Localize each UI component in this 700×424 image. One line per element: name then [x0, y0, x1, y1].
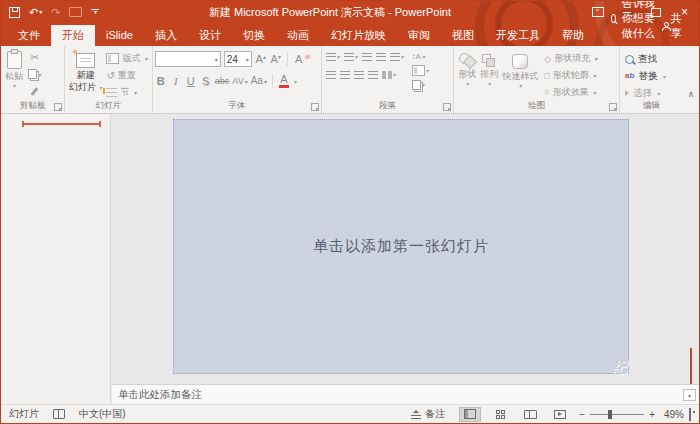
spell-check-button[interactable] [53, 409, 65, 419]
select-button[interactable]: 选择▾ [622, 85, 681, 101]
font-size-combobox[interactable]: 24▾ [224, 51, 252, 67]
align-center-button[interactable] [338, 67, 352, 82]
new-slide-label-2: 幻灯片 ▾ [69, 82, 103, 92]
replace-button[interactable]: ab替换▾ [622, 68, 681, 84]
customize-qat-button[interactable]: ▾ [91, 9, 99, 15]
text-shadow-button[interactable]: S [200, 76, 212, 87]
character-spacing-button[interactable]: AV▾ [232, 77, 247, 86]
copy-button[interactable]: ▾ [25, 66, 44, 82]
format-painter-button[interactable] [25, 83, 44, 99]
tab-file[interactable]: 文件 [7, 25, 51, 46]
quick-styles-button[interactable]: 快速样式 ▾ [500, 49, 540, 100]
line-spacing-button[interactable]: ▾ [388, 49, 406, 64]
zoom-level[interactable]: 49% [660, 409, 684, 420]
justify-icon [368, 71, 378, 79]
reset-button[interactable]: ↺重置 [104, 68, 149, 84]
increase-indent-icon [376, 53, 386, 61]
tab-islide[interactable]: iSlide [95, 25, 144, 46]
shapes-button[interactable]: 形状 ▾ [456, 49, 478, 100]
ribbon-display-options-button[interactable]: ^ [583, 1, 612, 23]
increase-indent-button[interactable] [374, 49, 388, 64]
reading-view-button[interactable] [519, 407, 541, 422]
italic-button[interactable]: I [170, 76, 182, 87]
fit-to-window-button[interactable] [689, 409, 691, 420]
clear-formatting-button[interactable]: A [293, 54, 305, 65]
proofing-book-icon [53, 409, 65, 419]
status-slide-label: 幻灯片 [9, 407, 39, 421]
decrease-indent-button[interactable] [360, 49, 374, 64]
bold-button[interactable]: B [155, 76, 167, 87]
tab-slideshow[interactable]: 幻灯片放映 [320, 25, 397, 46]
paragraph-dialog-launcher[interactable] [443, 103, 451, 111]
numbering-button[interactable]: ▾ [342, 49, 360, 64]
share-button[interactable]: 共享 [661, 11, 699, 46]
zoom-slider[interactable] [590, 414, 644, 415]
start-slideshow-button[interactable] [69, 7, 82, 17]
zoom-slider-thumb[interactable] [608, 410, 612, 419]
cut-button[interactable]: ✂ [25, 49, 44, 65]
redo-button[interactable]: ↷ [51, 7, 60, 18]
normal-view-button[interactable] [459, 407, 481, 422]
slide-thumbnail-pane[interactable] [1, 114, 111, 404]
change-case-button[interactable]: Aa▾ [251, 76, 267, 86]
shrink-font-button[interactable]: A▾ [270, 54, 282, 65]
vertical-scrollbar-mark[interactable] [690, 348, 692, 384]
slideshow-view-button[interactable] [549, 407, 571, 422]
tab-design[interactable]: 设计 [188, 25, 232, 46]
slide-placeholder-text[interactable]: 单击以添加第一张幻灯片 [313, 237, 489, 256]
tab-help[interactable]: 帮助 [551, 25, 595, 46]
paste-button[interactable]: 粘贴 ▾ [3, 49, 25, 100]
notes-scroll-down-button[interactable]: ▾ [683, 389, 696, 401]
bullets-button[interactable]: ▾ [324, 49, 342, 64]
paste-label: 粘贴 [5, 71, 23, 81]
tab-home[interactable]: 开始 [51, 25, 95, 46]
text-direction-button[interactable]: ↕A▾ [410, 50, 431, 63]
shape-effects-button[interactable]: ○形状效果▾ [542, 84, 599, 100]
layout-button[interactable]: 版式▾ [104, 51, 149, 67]
align-left-button[interactable] [324, 67, 338, 82]
tab-view[interactable]: 视图 [441, 25, 485, 46]
font-color-button[interactable]: A [278, 74, 290, 88]
notes-toggle-button[interactable]: 备注 [411, 407, 445, 421]
shape-outline-button[interactable]: □形状轮廓▾ [542, 68, 599, 84]
slide-canvas[interactable]: 单击以添加第一张幻灯片 [173, 119, 629, 374]
find-button[interactable]: 查找 [622, 51, 681, 67]
arrange-button[interactable]: 排列 ▾ [478, 49, 500, 100]
shape-outline-icon: □ [544, 71, 549, 81]
tab-transitions[interactable]: 切换 [232, 25, 276, 46]
align-right-button[interactable] [352, 67, 366, 82]
group-label-drawing: 绘图 [454, 100, 619, 112]
person-icon [661, 22, 667, 31]
tab-developer[interactable]: 开发工具 [485, 25, 551, 46]
align-left-icon [326, 71, 336, 79]
notes-pane[interactable]: 单击此处添加备注 [112, 384, 699, 405]
grow-font-button[interactable]: A▴ [255, 54, 267, 65]
smartart-icon [412, 80, 421, 90]
new-slide-button[interactable]: 新建 幻灯片 ▾ [67, 49, 105, 100]
collapse-ribbon-button[interactable]: ∧ [683, 46, 699, 113]
notes-placeholder-text[interactable]: 单击此处添加备注 [118, 388, 202, 402]
zoom-out-button[interactable]: − [579, 409, 585, 420]
status-language[interactable]: 中文(中国) [79, 407, 126, 421]
undo-button[interactable]: ↶▾ [29, 7, 42, 18]
font-name-combobox[interactable]: ▾ [155, 51, 221, 67]
tab-insert[interactable]: 插入 [144, 25, 188, 46]
slide-sorter-view-button[interactable] [489, 407, 511, 422]
zoom-in-button[interactable]: + [649, 409, 655, 420]
drawing-dialog-launcher[interactable] [609, 103, 617, 111]
tab-animations[interactable]: 动画 [276, 25, 320, 46]
columns-button[interactable]: ▾ [380, 67, 398, 82]
strikethrough-button[interactable]: abc [215, 77, 230, 86]
convert-smartart-button[interactable]: ▾ [410, 78, 431, 91]
shape-fill-button[interactable]: ◇形状填充▾ [542, 51, 599, 67]
clipboard-dialog-launcher[interactable] [54, 103, 62, 111]
underline-button[interactable]: U [185, 76, 197, 87]
save-button[interactable] [9, 7, 20, 18]
section-button[interactable]: 节▾ [104, 84, 149, 100]
justify-button[interactable] [366, 67, 380, 82]
font-dialog-launcher[interactable] [311, 103, 319, 111]
brush-icon [31, 87, 39, 96]
tell-me-box[interactable]: 告诉我你想要做什么 [611, 0, 661, 46]
align-text-button[interactable]: ▾ [410, 64, 431, 77]
tab-review[interactable]: 审阅 [397, 25, 441, 46]
